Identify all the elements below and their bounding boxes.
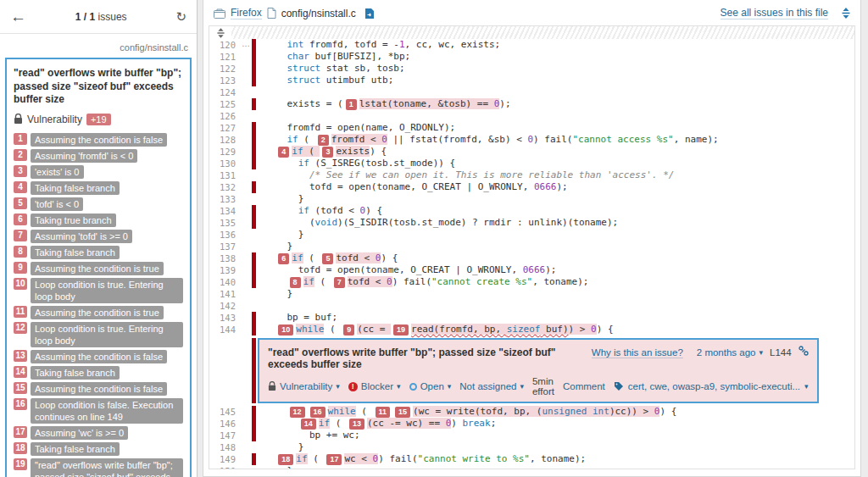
issue-type-dropdown[interactable]: Vulnerability ▾ [268, 381, 340, 391]
flow-step-number[interactable]: 5 [14, 197, 27, 209]
flow-step-badge[interactable]: 16 [310, 407, 326, 418]
line-number[interactable]: 138 [209, 252, 240, 264]
flow-step-badge[interactable]: 10 [278, 324, 293, 336]
line-number[interactable]: 134 [209, 205, 240, 217]
line-number[interactable]: 147 [209, 430, 240, 441]
line-number[interactable]: 132 [209, 181, 240, 193]
line-number[interactable]: 120 [209, 39, 240, 51]
flow-step[interactable]: 5'tofd' is < 0 [14, 197, 183, 211]
flow-step[interactable]: 17Assuming 'wc' is >= 0 [14, 426, 183, 440]
flow-step-badge[interactable]: 3 [322, 147, 333, 158]
flow-step-number[interactable]: 18 [14, 442, 27, 454]
issue-tags-dropdown[interactable]: cert, cwe, owasp-a9, symbolic-executi...… [614, 381, 809, 391]
line-number[interactable]: 149 [209, 453, 240, 465]
flow-step[interactable]: 18Taking false branch [14, 442, 183, 456]
line-number[interactable]: 143 [209, 312, 240, 324]
pin-file-icon[interactable] [364, 8, 375, 19]
flow-step[interactable]: 2Assuming 'fromfd' is < 0 [14, 149, 183, 163]
flow-step[interactable]: 15Assuming the condition is false [14, 382, 183, 396]
flow-step-number[interactable]: 16 [14, 398, 27, 410]
issue-age-dropdown[interactable]: 2 months ago ▾ [697, 347, 763, 358]
flow-step[interactable]: 14Taking false branch [14, 366, 183, 380]
flow-step-number[interactable]: 6 [14, 214, 27, 225]
flow-step[interactable]: 11Assuming the condition is true [14, 306, 183, 319]
issue-severity-dropdown[interactable]: ! Blocker ▾ [348, 381, 401, 391]
line-number[interactable]: 121 [209, 51, 240, 63]
locations-count-badge[interactable]: +19 [86, 114, 111, 125]
flow-step-number[interactable]: 8 [14, 246, 27, 258]
inline-issue-box[interactable]: "read" overflows write buffer "bp"; pass… [258, 338, 819, 403]
flow-step-badge[interactable]: 5 [322, 253, 333, 264]
see-all-issues-link[interactable]: See all issues in this file [721, 7, 828, 19]
flow-step-number[interactable]: 14 [14, 366, 27, 378]
line-number[interactable]: 141 [209, 288, 240, 300]
flow-step-badge[interactable]: 14 [301, 419, 316, 430]
flow-step-number[interactable]: 13 [14, 350, 27, 362]
flow-step-badge[interactable]: 18 [278, 454, 293, 465]
flow-step-badge[interactable]: 2 [318, 135, 329, 146]
line-number[interactable]: 128 [209, 134, 240, 146]
flow-step-number[interactable]: 19 [14, 458, 27, 470]
flow-step-number[interactable]: 1 [14, 133, 27, 145]
flow-step[interactable]: 1Assuming the condition is false [14, 133, 183, 147]
flow-step-badge[interactable]: 11 [376, 407, 391, 418]
why-is-this-an-issue-link[interactable]: Why is this an issue? [592, 347, 683, 358]
line-number[interactable]: 148 [209, 441, 240, 453]
line-number[interactable]: 131 [209, 169, 240, 181]
flow-step[interactable]: 9Assuming the condition is true [14, 262, 183, 275]
line-number[interactable]: 139 [209, 264, 240, 276]
flow-step[interactable]: 12Loop condition is true. Entering loop … [14, 322, 183, 347]
flow-step[interactable]: 8Taking false branch [14, 246, 183, 259]
flow-step-number[interactable]: 3 [14, 165, 27, 177]
comment-link[interactable]: Comment [563, 381, 605, 391]
flow-step-badge[interactable]: 1 [346, 99, 357, 110]
line-number[interactable]: 133 [209, 193, 240, 205]
flow-step[interactable]: 4Taking false branch [14, 181, 183, 195]
flow-step[interactable]: 10Loop condition is true. Entering loop … [14, 278, 183, 303]
line-number[interactable]: 140 [209, 276, 240, 288]
expand-lines-icon[interactable] [842, 8, 850, 19]
line-number[interactable]: 123 [209, 75, 240, 86]
refresh-icon[interactable]: ↻ [175, 10, 186, 23]
flow-step-number[interactable]: 9 [14, 262, 27, 274]
flow-step[interactable]: 16Loop condition is false. Execution con… [14, 398, 183, 424]
flow-step-badge[interactable]: 17 [326, 454, 342, 465]
line-number[interactable]: 129 [209, 146, 240, 158]
line-number[interactable]: 125 [209, 98, 240, 110]
line-number[interactable]: 135 [209, 217, 240, 229]
selected-issue-card[interactable]: "read" overflows write buffer "bp"; pass… [5, 58, 192, 477]
line-number[interactable]: 122 [209, 63, 240, 75]
flow-step-badge[interactable]: 8 [290, 277, 301, 288]
flow-step-badge[interactable]: 15 [395, 407, 410, 418]
line-number[interactable]: 146 [209, 418, 240, 430]
line-number[interactable]: 124 [209, 86, 240, 98]
flow-step-number[interactable]: 17 [14, 426, 27, 438]
line-number[interactable]: 127 [209, 122, 240, 134]
line-number[interactable]: 137 [209, 241, 240, 252]
issue-assignee-dropdown[interactable]: Not assigned ▾ [459, 381, 524, 391]
flow-step-badge[interactable]: 13 [349, 419, 364, 430]
line-number[interactable]: 144 [209, 324, 240, 336]
project-link[interactable]: Firefox [231, 7, 262, 19]
permalink-icon[interactable] [798, 346, 809, 356]
flow-step-badge[interactable]: 6 [278, 253, 289, 264]
fold-ellipsis-icon[interactable]: … [240, 39, 252, 51]
flow-step[interactable]: 6Taking true branch [14, 214, 183, 227]
flow-step-number[interactable]: 10 [14, 278, 27, 290]
line-number[interactable]: 150 [209, 465, 240, 469]
flow-step-badge[interactable]: 12 [290, 407, 305, 418]
flow-step-badge[interactable]: 19 [393, 324, 409, 336]
flow-step-badge[interactable]: 7 [334, 277, 345, 288]
flow-step[interactable]: 7Assuming 'tofd' is >= 0 [14, 230, 183, 243]
flow-step-number[interactable]: 7 [14, 230, 27, 241]
flow-step-number[interactable]: 15 [14, 382, 27, 394]
flow-step[interactable]: 13Assuming the condition is false [14, 350, 183, 363]
back-arrow-icon[interactable]: ← [10, 8, 26, 25]
flow-step-number[interactable]: 12 [14, 322, 27, 334]
flow-step-number[interactable]: 11 [14, 306, 27, 318]
line-number[interactable]: 136 [209, 229, 240, 241]
line-number[interactable]: 142 [209, 300, 240, 312]
line-number[interactable]: 126 [209, 110, 240, 122]
flow-step-number[interactable]: 4 [14, 181, 27, 193]
flow-step-badge[interactable]: 9 [343, 324, 354, 336]
